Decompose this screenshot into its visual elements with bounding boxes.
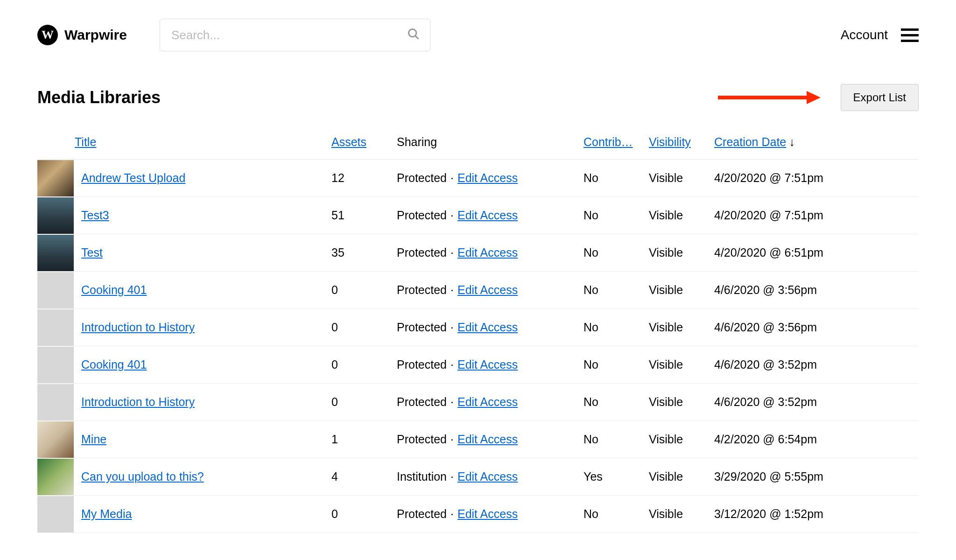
- sharing-cell: Protected·Edit Access: [397, 395, 583, 409]
- edit-access-link[interactable]: Edit Access: [457, 171, 518, 185]
- arrow-annotation-icon: [718, 88, 821, 107]
- account-link[interactable]: Account: [841, 28, 888, 42]
- column-contrib[interactable]: Contrib…: [583, 135, 649, 149]
- separator: ·: [450, 358, 454, 371]
- logo-icon: W: [37, 25, 58, 45]
- sharing-cell: Protected·Edit Access: [397, 507, 583, 521]
- column-creation-label[interactable]: Creation Date: [714, 135, 786, 148]
- sharing-cell: Protected·Edit Access: [397, 171, 583, 185]
- column-title[interactable]: Title: [75, 135, 331, 149]
- library-title-link[interactable]: Test3: [75, 209, 109, 222]
- creation-date: 4/6/2020 @ 3:56pm: [714, 321, 901, 334]
- contrib-value: No: [583, 358, 649, 371]
- library-thumbnail[interactable]: [37, 160, 74, 196]
- library-thumbnail[interactable]: [37, 272, 74, 308]
- assets-count: 0: [331, 395, 397, 409]
- visibility-value: Visible: [649, 507, 714, 521]
- library-title-link[interactable]: Andrew Test Upload: [75, 171, 185, 184]
- contrib-value: No: [583, 433, 649, 446]
- library-thumbnail[interactable]: [37, 347, 74, 383]
- search-input[interactable]: [160, 19, 430, 51]
- page-title: Media Libraries: [37, 88, 161, 107]
- sharing-cell: Institution·Edit Access: [397, 470, 583, 483]
- column-creation[interactable]: Creation Date↓: [714, 135, 901, 149]
- library-thumbnail[interactable]: [37, 235, 74, 271]
- table-row: Can you upload to this?4Institution·Edit…: [37, 458, 919, 496]
- sharing-cell: Protected·Edit Access: [397, 283, 583, 297]
- assets-count: 0: [331, 358, 397, 371]
- sharing-cell: Protected·Edit Access: [397, 246, 583, 259]
- edit-access-link[interactable]: Edit Access: [457, 209, 518, 222]
- assets-count: 0: [331, 507, 397, 521]
- table-row: Introduction to History0Protected·Edit A…: [37, 309, 919, 346]
- library-thumbnail[interactable]: [37, 309, 74, 346]
- column-sharing: Sharing: [397, 135, 583, 149]
- edit-access-link[interactable]: Edit Access: [457, 395, 518, 409]
- library-title-link[interactable]: Introduction to History: [75, 395, 195, 408]
- library-title-link[interactable]: My Media: [75, 507, 132, 520]
- sharing-mode: Protected: [397, 507, 447, 521]
- contrib-value: No: [583, 246, 649, 259]
- sharing-cell: Protected·Edit Access: [397, 321, 583, 334]
- contrib-value: No: [583, 209, 649, 222]
- contrib-value: No: [583, 507, 649, 521]
- contrib-value: Yes: [583, 470, 649, 483]
- visibility-value: Visible: [649, 470, 714, 483]
- creation-date: 3/12/2020 @ 1:52pm: [714, 507, 901, 521]
- edit-access-link[interactable]: Edit Access: [457, 283, 518, 297]
- sharing-mode: Protected: [397, 209, 447, 222]
- table-body: Andrew Test Upload12Protected·Edit Acces…: [37, 160, 919, 533]
- visibility-value: Visible: [649, 171, 714, 185]
- column-assets[interactable]: Assets: [331, 135, 397, 149]
- logo-text: Warpwire: [64, 27, 127, 43]
- library-title-link[interactable]: Cooking 401: [75, 358, 147, 371]
- creation-date: 4/2/2020 @ 6:54pm: [714, 433, 901, 446]
- library-thumbnail[interactable]: [37, 384, 74, 420]
- table-row: Cooking 4010Protected·Edit AccessNoVisib…: [37, 346, 919, 384]
- sharing-mode: Protected: [397, 283, 447, 297]
- table-row: Test351Protected·Edit AccessNoVisible4/2…: [37, 197, 919, 234]
- separator: ·: [450, 433, 454, 446]
- table-row: Test35Protected·Edit AccessNoVisible4/20…: [37, 234, 919, 272]
- separator: ·: [450, 321, 454, 334]
- column-visibility[interactable]: Visibility: [649, 135, 714, 149]
- edit-access-link[interactable]: Edit Access: [457, 246, 518, 259]
- library-title-link[interactable]: Test: [75, 246, 103, 259]
- app-header: W Warpwire Account: [0, 0, 956, 65]
- edit-access-link[interactable]: Edit Access: [457, 507, 518, 521]
- library-thumbnail[interactable]: [37, 459, 74, 495]
- menu-icon[interactable]: [901, 28, 919, 42]
- export-list-button[interactable]: Export List: [841, 84, 919, 111]
- sharing-mode: Protected: [397, 321, 447, 334]
- library-thumbnail[interactable]: [37, 421, 74, 458]
- edit-access-link[interactable]: Edit Access: [457, 433, 518, 446]
- assets-count: 35: [331, 246, 397, 259]
- table-row: Cooking 4010Protected·Edit AccessNoVisib…: [37, 272, 919, 309]
- visibility-value: Visible: [649, 321, 714, 334]
- assets-count: 1: [331, 433, 397, 446]
- content: Media Libraries Export List Title Assets…: [0, 65, 956, 533]
- creation-date: 4/20/2020 @ 7:51pm: [714, 209, 901, 222]
- creation-date: 4/6/2020 @ 3:56pm: [714, 283, 901, 297]
- library-title-link[interactable]: Cooking 401: [75, 283, 147, 296]
- edit-access-link[interactable]: Edit Access: [457, 358, 518, 371]
- library-thumbnail[interactable]: [37, 496, 74, 532]
- library-title-link[interactable]: Can you upload to this?: [75, 470, 204, 483]
- separator: ·: [450, 283, 454, 297]
- library-title-link[interactable]: Introduction to History: [75, 321, 195, 334]
- contrib-value: No: [583, 321, 649, 334]
- visibility-value: Visible: [649, 209, 714, 222]
- assets-count: 0: [331, 321, 397, 334]
- assets-count: 4: [331, 470, 397, 483]
- edit-access-link[interactable]: Edit Access: [457, 321, 518, 334]
- contrib-value: No: [583, 283, 649, 297]
- separator: ·: [450, 171, 454, 185]
- search-icon[interactable]: [407, 28, 420, 42]
- assets-count: 12: [331, 171, 397, 185]
- library-thumbnail[interactable]: [37, 197, 74, 234]
- sharing-cell: Protected·Edit Access: [397, 358, 583, 371]
- logo[interactable]: W Warpwire: [37, 25, 127, 45]
- edit-access-link[interactable]: Edit Access: [457, 470, 518, 483]
- library-title-link[interactable]: Mine: [75, 433, 106, 446]
- table-row: Andrew Test Upload12Protected·Edit Acces…: [37, 160, 919, 197]
